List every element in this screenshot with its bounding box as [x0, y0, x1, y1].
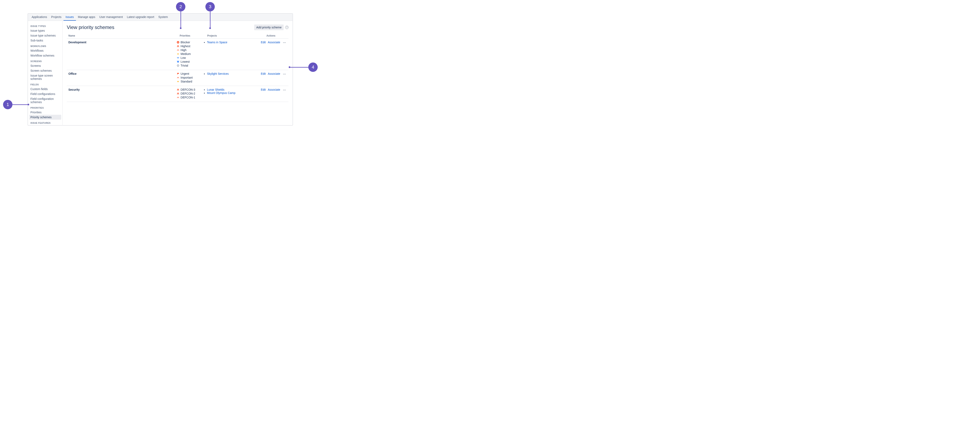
callout-4-dot	[289, 66, 290, 68]
svg-rect-6	[177, 81, 179, 81]
priority-label: Standard	[181, 80, 192, 83]
sidebar-item-field-configurations[interactable]: Field configurations	[29, 91, 61, 96]
page-header: View priority schemes Add priority schem…	[67, 24, 288, 30]
sidebar-item-priority-schemes[interactable]: Priority schemes	[29, 115, 61, 120]
sidebar-section-priorities: PRIORITIES	[29, 105, 61, 110]
svg-rect-7	[177, 82, 179, 82]
high-icon	[177, 77, 180, 79]
edit-link[interactable]: Edit	[261, 72, 266, 75]
callout-2: 2	[176, 2, 185, 11]
priority-medium: Medium	[177, 52, 204, 56]
scheme-row-development: DevelopmentBlockerHighestHighMediumLowLo…	[67, 38, 288, 70]
nav-tab-user-management[interactable]: User management	[97, 14, 125, 21]
priority-label: Medium	[181, 52, 191, 56]
main-content: View priority schemes Add priority schem…	[63, 21, 293, 125]
column-header-actions: Actions	[266, 34, 287, 37]
edit-link[interactable]: Edit	[261, 41, 266, 44]
more-actions-icon[interactable]: ···	[282, 72, 287, 76]
scheme-projects: Lunar ShieldsMount Olympus Camp	[204, 88, 261, 94]
highest-icon	[177, 92, 180, 95]
edit-link[interactable]: Edit	[261, 88, 266, 91]
more-actions-icon[interactable]: ···	[282, 41, 287, 45]
sidebar-item-screen-schemes[interactable]: Screen schemes	[29, 68, 61, 73]
priority-label: Blocker	[181, 41, 190, 44]
svg-rect-3	[177, 54, 179, 54]
callout-2-dot	[180, 27, 181, 29]
callout-4: 4	[308, 62, 318, 72]
nav-tab-system[interactable]: System	[156, 14, 170, 21]
priority-low: Low	[177, 56, 204, 59]
sidebar-item-screens[interactable]: Screens	[29, 63, 61, 68]
priority-label: Trivial	[181, 64, 188, 67]
project-item: Mount Olympus Camp	[207, 91, 261, 94]
table-header: Name Priorities Projects Actions	[67, 33, 288, 38]
scheme-projects: Skylight Services	[204, 72, 261, 75]
sidebar-item-issue-type-screen-schemes[interactable]: Issue type screen schemes	[29, 73, 61, 81]
add-priority-scheme-button[interactable]: Add priority scheme	[254, 24, 283, 30]
nav-tab-projects[interactable]: Projects	[49, 14, 64, 21]
nav-tab-latest-upgrade-report[interactable]: Latest upgrade report	[125, 14, 156, 21]
project-item: Lunar Shields	[207, 88, 261, 91]
svg-rect-2	[177, 54, 179, 54]
sidebar-item-priorities[interactable]: Priorities	[29, 110, 61, 115]
project-item: Skylight Services	[207, 72, 261, 75]
scheme-name: Development	[68, 41, 177, 44]
nav-tab-issues[interactable]: Issues	[64, 14, 76, 21]
medium-icon	[177, 53, 180, 55]
priority-label: Urgent	[181, 72, 189, 75]
priority-label: Lowest	[181, 60, 190, 63]
sidebar-item-workflows[interactable]: Workflows	[29, 48, 61, 53]
sidebar-item-issue-types[interactable]: Issue types	[29, 28, 61, 33]
associate-link[interactable]: Associate	[268, 88, 280, 91]
scheme-priorities: UrgentImportantStandard	[177, 72, 204, 84]
associate-link[interactable]: Associate	[268, 41, 280, 44]
top-nav: ApplicationsProjectsIssuesManage appsUse…	[28, 14, 293, 21]
priority-label: DEFCON-1	[181, 96, 196, 99]
sidebar-section-issue-types: ISSUE TYPES	[29, 23, 61, 28]
sidebar-section-issue-features: ISSUE FEATURES	[29, 120, 61, 125]
callout-1-line	[13, 104, 29, 105]
priority-label: Highest	[181, 45, 190, 48]
project-link-lunar-shields[interactable]: Lunar Shields	[207, 88, 224, 91]
scheme-row-office: OfficeUrgentImportantStandardSkylight Se…	[67, 70, 288, 86]
project-link-skylight-services[interactable]: Skylight Services	[207, 72, 229, 75]
sidebar-item-sub-tasks[interactable]: Sub-tasks	[29, 38, 61, 43]
associate-link[interactable]: Associate	[268, 72, 280, 75]
scheme-actions: EditAssociate···	[261, 72, 287, 76]
column-header-projects: Projects	[207, 34, 266, 37]
high-icon	[177, 49, 180, 51]
high-icon	[177, 96, 180, 99]
help-icon[interactable]: ?	[285, 26, 288, 29]
sidebar-section-workflows: WORKFLOWS	[29, 43, 61, 48]
scheme-row-security: SecurityDEFCON-3DEFCON-2DEFCON-1Lunar Sh…	[67, 86, 288, 102]
project-item: Teams in Space	[207, 41, 261, 44]
callout-3-dot	[209, 27, 211, 29]
sidebar-section-fields: FIELDS	[29, 81, 61, 86]
priority-label: Important	[181, 76, 193, 79]
priority-label: DEFCON-3	[181, 88, 196, 91]
low-icon	[177, 57, 180, 59]
priority-defcon-2: DEFCON-2	[177, 92, 204, 95]
project-link-teams-in-space[interactable]: Teams in Space	[207, 41, 228, 44]
priority-label: High	[181, 48, 187, 52]
trivial-icon	[177, 64, 180, 67]
nav-tab-applications[interactable]: Applications	[30, 14, 49, 21]
scheme-actions: EditAssociate···	[261, 88, 287, 92]
highest-icon	[177, 88, 180, 91]
sidebar-item-workflow-schemes[interactable]: Workflow schemes	[29, 53, 61, 58]
more-actions-icon[interactable]: ···	[282, 88, 287, 92]
admin-window: ApplicationsProjectsIssuesManage appsUse…	[27, 13, 293, 126]
sidebar-item-issue-type-schemes[interactable]: Issue type schemes	[29, 33, 61, 38]
nav-tab-manage-apps[interactable]: Manage apps	[76, 14, 97, 21]
sidebar-item-field-configuration-schemes[interactable]: Field configuration schemes	[29, 96, 61, 105]
sidebar-item-custom-fields[interactable]: Custom fields	[29, 86, 61, 91]
project-link-mount-olympus-camp[interactable]: Mount Olympus Camp	[207, 91, 235, 94]
priority-standard: Standard	[177, 80, 204, 83]
column-header-name: Name	[68, 34, 180, 37]
sidebar: ISSUE TYPESIssue typesIssue type schemes…	[28, 21, 63, 125]
scheme-name: Security	[68, 88, 177, 91]
priority-urgent: Urgent	[177, 72, 204, 75]
priority-important: Important	[177, 76, 204, 79]
callout-3-line	[210, 11, 210, 27]
priority-label: DEFCON-2	[181, 92, 196, 95]
